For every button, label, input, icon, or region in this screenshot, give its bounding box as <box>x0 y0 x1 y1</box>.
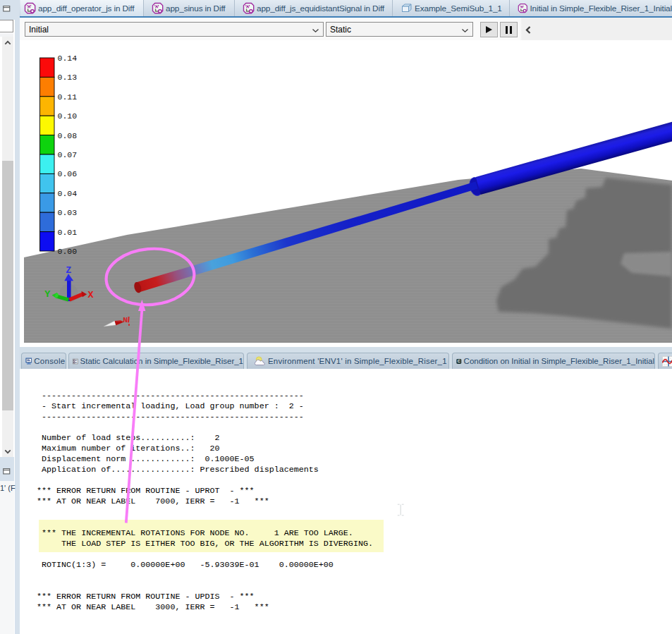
svg-text:0.14: 0.14 <box>58 54 78 63</box>
svg-text:X: X <box>87 290 94 300</box>
svg-text:0.11: 0.11 <box>58 92 78 102</box>
svg-text:0.00: 0.00 <box>58 247 78 256</box>
svg-text:C: C <box>458 359 460 363</box>
svg-text:Y: Y <box>44 289 51 300</box>
svg-text:0.10: 0.10 <box>58 111 78 121</box>
svg-text:0.08: 0.08 <box>58 131 78 140</box>
svg-text:0.04: 0.04 <box>58 189 78 198</box>
svg-text:0.13: 0.13 <box>58 73 78 82</box>
svg-text:0.03: 0.03 <box>58 208 78 217</box>
svg-text:0.07: 0.07 <box>58 150 78 159</box>
svg-text:N: N <box>123 315 128 324</box>
svg-text:Z: Z <box>66 265 71 276</box>
svg-text:0.01: 0.01 <box>58 228 78 237</box>
svg-text:0.06: 0.06 <box>58 169 78 178</box>
